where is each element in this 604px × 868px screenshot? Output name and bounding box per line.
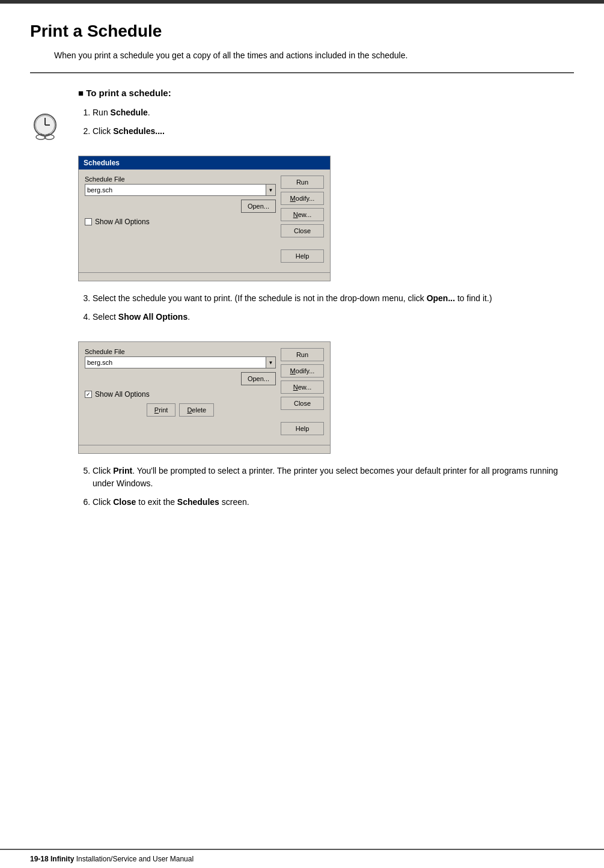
dialog1-container: Schedules Schedule File berg.sch ▼ [78, 156, 331, 281]
step-3: Select the schedule you want to print. (… [93, 292, 574, 305]
step6-close-bold: Close [113, 497, 136, 507]
step-2: Click Schedules.... [93, 125, 574, 138]
dialog1-left: Schedule File berg.sch ▼ Open... [85, 176, 276, 263]
steps-list-3: Click Print. You'll be prompted to selec… [78, 465, 574, 509]
field2-dropdown-btn[interactable]: ▼ [266, 356, 276, 368]
dialog2-buttons: Run Modify... New... Close Help [281, 348, 324, 435]
dialog2-body: Schedule File berg.sch ▼ Open... [79, 342, 330, 441]
dialog2-modify-button[interactable]: Modify... [281, 364, 324, 377]
field1-row: berg.sch ▼ [85, 184, 276, 196]
dialog2-container: Schedule File berg.sch ▼ Open... [78, 341, 331, 454]
step3-open-bold: Open... [427, 293, 455, 303]
step-6: Click Close to exit the Schedules screen… [93, 496, 574, 509]
field1-input[interactable]: berg.sch [85, 184, 266, 196]
footer-text: 19-18 Infinity Installation/Service and … [30, 855, 194, 863]
dialog1-body: Schedule File berg.sch ▼ Open... [79, 170, 330, 269]
dialog1-open-button[interactable]: Open... [241, 200, 276, 213]
dialog1-titlebar: Schedules [79, 156, 330, 170]
clock-icon [30, 112, 60, 142]
field2-row: berg.sch ▼ [85, 356, 276, 368]
dialog2-delete-button[interactable]: Delete [179, 403, 214, 417]
steps-list-2: Select the schedule you want to print. (… [78, 292, 574, 323]
section-divider [30, 72, 574, 73]
dialog1-checkbox-label: Show All Options [95, 218, 150, 226]
open-btn-row1: Open... [85, 200, 276, 213]
dialog2-close-button[interactable]: Close [281, 397, 324, 410]
field2-input[interactable]: berg.sch [85, 356, 266, 368]
step-1: Run Schedule. [93, 106, 574, 119]
dialog2-help-button[interactable]: Help [281, 422, 324, 435]
dialog2-new-button[interactable]: New... [281, 381, 324, 394]
field1-dropdown-btn[interactable]: ▼ [266, 184, 276, 196]
dialog2-print-button[interactable]: Print [147, 403, 176, 417]
dialog1-checkbox-row: Show All Options [85, 218, 276, 226]
step6-schedules-bold: Schedules [177, 497, 219, 507]
dialog2: Schedule File berg.sch ▼ Open... [78, 341, 331, 454]
step-5: Click Print. You'll be prompted to selec… [93, 465, 574, 490]
dialog1-checkbox[interactable] [85, 218, 92, 225]
dialog2-left: Schedule File berg.sch ▼ Open... [85, 348, 276, 435]
dialog1: Schedules Schedule File berg.sch ▼ [78, 156, 331, 281]
field1-label: Schedule File [85, 176, 276, 183]
dialog2-checkbox-label: Show All Options [95, 390, 150, 399]
step4-bold: Show All Options [118, 312, 188, 322]
dialog2-checkbox-row: ✓ Show All Options [85, 390, 276, 399]
step5-bold: Print [113, 466, 132, 475]
dialog2-checkbox[interactable]: ✓ [85, 391, 92, 398]
intro-text: When you print a schedule you get a copy… [54, 50, 574, 60]
step2-bold: Schedules.... [113, 126, 165, 136]
dialog1-title: Schedules [84, 159, 120, 167]
dialog1-run-button[interactable]: Run [281, 176, 324, 189]
step1-bold: Schedule [111, 108, 148, 117]
dialog2-run-button[interactable]: Run [281, 348, 324, 361]
field2-label: Schedule File [85, 348, 276, 355]
steps-list: Run Schedule. Click Schedules.... [78, 106, 574, 138]
page-title: Print a Schedule [30, 22, 574, 41]
dialog1-close-button[interactable]: Close [281, 224, 324, 237]
step-4: Select Show All Options. [93, 311, 574, 323]
dialog1-buttons: Run Modify... New... Close Help [281, 176, 324, 263]
section-header: ■ To print a schedule: [78, 88, 574, 98]
dialog1-help-button[interactable]: Help [281, 249, 324, 263]
dialog2-statusbar [79, 445, 330, 453]
footer: 19-18 Infinity Installation/Service and … [0, 849, 604, 868]
dialog1-new-button[interactable]: New... [281, 208, 324, 221]
dialog1-modify-button[interactable]: Modify... [281, 192, 324, 205]
dialog2-open-button[interactable]: Open... [241, 372, 276, 385]
dialog1-statusbar [79, 272, 330, 281]
open-btn-row2: Open... [85, 372, 276, 385]
dialog2-print-row: Print Delete [85, 403, 276, 417]
